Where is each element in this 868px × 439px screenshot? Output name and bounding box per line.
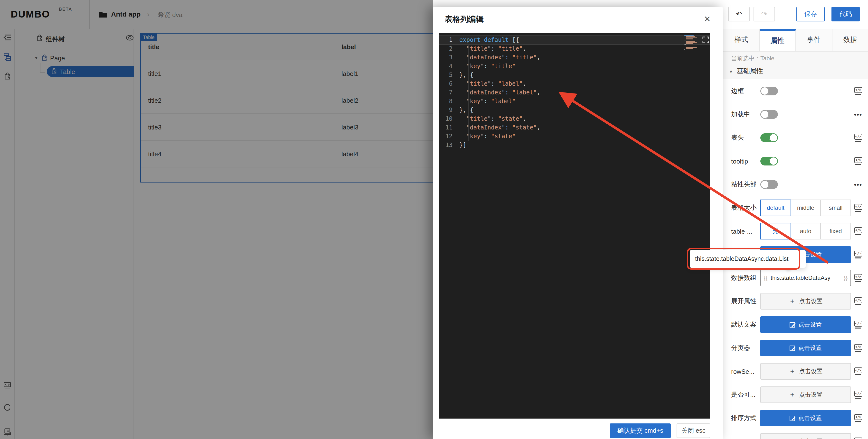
click-to-set-button[interactable]: ＋点击设置	[761, 363, 851, 380]
code-binding-icon[interactable]: </>	[855, 414, 862, 422]
property-row: rowSe...＋点击设置</>	[723, 360, 868, 383]
click-to-set-button[interactable]: 点击设置	[761, 410, 851, 426]
editor-line[interactable]: 5}, {	[439, 71, 710, 79]
property-row: 数据数组{{this.state.tableDataAsy}}</>	[723, 266, 868, 290]
editor-line[interactable]: 9}, {	[439, 106, 710, 114]
code-binding-icon[interactable]: </>	[855, 87, 862, 95]
property-row: tooltip</>	[723, 149, 868, 173]
submit-button[interactable]: 确认提交 cmd+s	[610, 424, 671, 438]
editor-line[interactable]: 10 "title": "state",	[439, 114, 710, 123]
property-label: rowSe...	[731, 368, 761, 375]
segment-option[interactable]: 无	[761, 223, 791, 239]
modal-footer: 确认提交 cmd+s 关闭 esc	[433, 418, 723, 439]
click-to-set-button[interactable]: 点击设置	[761, 316, 851, 333]
property-row: 默认文案点击设置</>	[723, 313, 868, 336]
property-label: 默认文案	[731, 320, 761, 329]
fullscreen-expand-icon[interactable]	[702, 36, 710, 44]
property-label: 是否可...	[731, 390, 761, 399]
line-number: 3	[439, 53, 459, 62]
editor-line[interactable]: 7 "dataIndex": "label",	[439, 88, 710, 97]
selection-meta: 当前选中：Table ∨ 基础属性	[723, 52, 868, 79]
editor-line[interactable]: 11 "dataIndex": "state",	[439, 123, 710, 132]
section-header-basic-props[interactable]: ∨ 基础属性	[729, 67, 763, 75]
editor-minimap[interactable]	[684, 35, 697, 50]
editor-line[interactable]: 4 "key": "title"	[439, 62, 710, 71]
app-root: DUMBO BETA Antd app › 希贤 dva	[0, 0, 868, 439]
segment-option[interactable]: middle	[790, 200, 821, 216]
more-options-icon[interactable]: •••	[854, 111, 862, 118]
redo-button[interactable]: ↷	[753, 7, 775, 22]
save-button[interactable]: 保存	[797, 7, 825, 22]
segmented-control: 无autofixed	[761, 223, 851, 239]
property-label: 分页器	[731, 344, 761, 352]
toggle-switch[interactable]	[761, 87, 778, 95]
code-binding-icon[interactable]: </>	[855, 251, 862, 259]
code-binding-icon[interactable]: </>	[855, 158, 862, 165]
property-row: 是否可...＋点击设置</>	[723, 383, 868, 406]
inspector-tabs: 样式属性事件数据	[723, 29, 868, 52]
tab-events[interactable]: 事件	[796, 29, 832, 51]
line-number: 12	[439, 132, 459, 141]
click-to-set-button[interactable]: ＋点击设置	[761, 293, 851, 309]
toggle-switch[interactable]	[761, 133, 778, 142]
tab-style[interactable]: 样式	[723, 29, 760, 51]
line-number: 9	[439, 106, 459, 114]
current-selection-text: 当前选中：Table	[731, 55, 774, 63]
property-row: 加载中•••	[723, 103, 868, 126]
edit-icon	[789, 415, 795, 421]
property-row: 边框</>	[723, 79, 868, 103]
line-number: 8	[439, 97, 459, 106]
toggle-switch[interactable]	[761, 110, 778, 119]
code-binding-icon[interactable]: </>	[855, 321, 862, 329]
tab-data[interactable]: 数据	[832, 29, 868, 51]
close-icon[interactable]: ✕	[702, 13, 713, 24]
segment-option[interactable]: default	[761, 200, 791, 216]
column-editor-modal: 表格列编辑 ✕ 1export default [{2 "title": "ti…	[433, 7, 723, 439]
toggle-switch[interactable]	[761, 180, 778, 189]
data-binding-input[interactable]: {{this.state.tableDataAsy}}	[761, 270, 851, 286]
segment-option[interactable]: small	[820, 200, 851, 216]
code-binding-icon[interactable]: </>	[855, 391, 862, 399]
tooltip-text: this.state.tableDataAsync.data.List	[695, 256, 788, 262]
code-button[interactable]: 代码	[832, 7, 860, 22]
editor-line[interactable]: 3 "dataIndex": "title",	[439, 53, 710, 62]
segment-option[interactable]: auto	[790, 223, 821, 239]
property-row: ＋点击设置</>	[723, 430, 868, 439]
code-binding-icon[interactable]: </>	[855, 274, 862, 282]
editor-line[interactable]: 1export default [{	[439, 36, 710, 44]
click-to-set-button[interactable]: ＋点击设置	[761, 433, 851, 439]
edit-icon	[789, 345, 795, 351]
editor-line[interactable]: 12 "key": "state"	[439, 132, 710, 141]
toggle-switch[interactable]	[761, 157, 778, 166]
click-to-set-button[interactable]: ＋点击设置	[761, 386, 851, 403]
line-number: 1	[439, 36, 459, 44]
editor-line[interactable]: 6 "title": "label",	[439, 79, 710, 88]
property-label: 数据数组	[731, 273, 761, 282]
panel-toolbar: ↶ ↷ 保存 代码	[723, 0, 868, 29]
code-binding-icon[interactable]: </>	[855, 368, 862, 375]
editor-line[interactable]: 13}]	[439, 141, 710, 149]
code-binding-icon[interactable]: </>	[855, 134, 862, 142]
code-editor[interactable]: 1export default [{2 "title": "title",3 "…	[439, 33, 710, 418]
property-row: 表头</>	[723, 126, 868, 149]
property-row: 展开属性＋点击设置</>	[723, 290, 868, 313]
more-options-icon[interactable]: •••	[854, 181, 862, 188]
segment-option[interactable]: fixed	[820, 223, 851, 239]
code-binding-icon[interactable]: </>	[855, 228, 862, 235]
code-binding-icon[interactable]: </>	[855, 204, 862, 212]
editor-line[interactable]: 8 "key": "label"	[439, 97, 710, 106]
undo-button[interactable]: ↶	[728, 7, 750, 22]
line-number: 4	[439, 62, 459, 71]
modal-dim-overlay[interactable]	[0, 0, 433, 439]
code-binding-icon[interactable]: </>	[855, 344, 862, 352]
code-binding-icon[interactable]: </>	[855, 438, 862, 439]
code-binding-icon[interactable]: </>	[855, 298, 862, 305]
tab-props[interactable]: 属性	[760, 29, 796, 51]
toolbar-separator	[787, 11, 788, 19]
close-button[interactable]: 关闭 esc	[677, 424, 710, 438]
editor-line[interactable]: 2 "title": "title",	[439, 44, 710, 53]
line-number: 7	[439, 88, 459, 97]
property-row: 表格大小defaultmiddlesmall</>	[723, 196, 868, 220]
click-to-set-button[interactable]: 点击设置	[761, 340, 851, 356]
chevron-down-icon: ∨	[729, 69, 733, 73]
